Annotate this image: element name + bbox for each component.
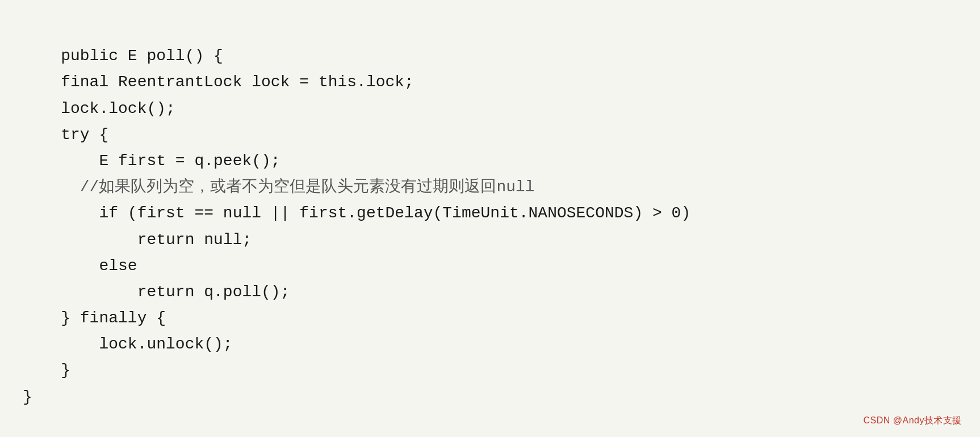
code-line-12: lock.unlock(); bbox=[23, 335, 233, 353]
code-line-2: final ReentrantLock lock = this.lock; bbox=[23, 73, 414, 91]
code-container: public E poll() { final ReentrantLock lo… bbox=[0, 0, 980, 437]
code-line-1: public E poll() { bbox=[61, 47, 223, 65]
code-line-13: } bbox=[23, 362, 70, 379]
code-line-5: E first = q.peek(); bbox=[23, 152, 280, 170]
code-line-9: else bbox=[23, 257, 137, 275]
code-line-4: try { bbox=[23, 126, 108, 144]
watermark: CSDN @Andy技术支援 bbox=[864, 415, 962, 427]
code-line-10: return q.poll(); bbox=[23, 283, 290, 301]
code-line-11: } finally { bbox=[23, 309, 166, 327]
code-line-7: if (first == null || first.getDelay(Time… bbox=[23, 204, 690, 222]
code-line-8: return null; bbox=[23, 231, 252, 249]
code-line-14: } bbox=[23, 388, 32, 406]
code-line-6: //如果队列为空，或者不为空但是队头元素没有过期则返回null bbox=[23, 178, 535, 196]
code-line-3: lock.lock(); bbox=[23, 100, 175, 117]
code-block: public E poll() { final ReentrantLock lo… bbox=[23, 17, 957, 436]
